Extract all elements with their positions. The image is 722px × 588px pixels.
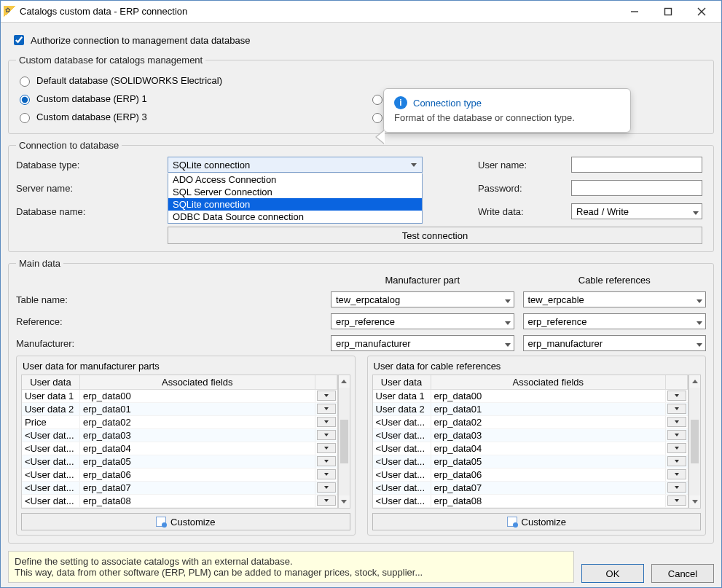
table-row[interactable]: User data 2erp_data01 (373, 403, 688, 416)
table-row[interactable]: <User dat...erp_data06 (373, 469, 688, 482)
field-dropdown-button[interactable] (317, 404, 336, 414)
header-manufacturer-part: Manufacturer part (331, 275, 514, 286)
userdata-cell: User data 2 (373, 403, 431, 415)
radio-erp3-label: Custom database (ERP) 3 (36, 111, 147, 122)
field-dropdown-button[interactable] (317, 482, 336, 493)
table-name-label: Table name: (16, 294, 322, 305)
dialog-window: Catalogs custom data - ERP connection Au… (0, 0, 722, 588)
field-dropdown-button[interactable] (317, 469, 336, 479)
field-dropdown-button[interactable] (667, 482, 686, 493)
password-input[interactable] (571, 180, 702, 196)
radio-erp4[interactable] (372, 113, 382, 123)
ok-button[interactable]: OK (581, 564, 644, 583)
table-row[interactable]: User data 1erp_data00 (22, 390, 337, 403)
assocfield-cell: erp_data02 (431, 416, 667, 428)
table-row[interactable]: User data 2erp_data01 (22, 403, 337, 416)
scrollbar[interactable] (688, 375, 701, 509)
authorize-checkbox[interactable] (14, 35, 24, 45)
dbtype-combo[interactable]: SQLite connection ADO Access Connection … (168, 157, 423, 173)
field-dropdown-button[interactable] (317, 456, 336, 466)
scroll-up-icon[interactable] (689, 375, 700, 388)
reference-cr-select[interactable]: erp_reference (523, 313, 707, 329)
userdata-cr-title: User data for cable references (374, 361, 702, 372)
dbtype-opt-ado[interactable]: ADO Access Connection (168, 173, 422, 186)
assocfield-cell: erp_data00 (80, 390, 315, 402)
userdata-mp-title: User data for manufacturer parts (23, 361, 350, 372)
field-dropdown-button[interactable] (667, 404, 686, 414)
userdata-cell: <User dat... (373, 455, 431, 468)
table-row[interactable]: <User dat...erp_data04 (22, 442, 337, 455)
customize-cr-button[interactable]: Customize (372, 513, 702, 530)
cancel-button[interactable]: Cancel (651, 564, 714, 583)
userdata-cell: <User dat... (373, 495, 431, 507)
scroll-thumb[interactable] (340, 420, 348, 463)
table-row[interactable]: <User dat...erp_data03 (373, 429, 688, 442)
field-dropdown-button[interactable] (667, 417, 686, 427)
col-assocfields[interactable]: Associated fields (80, 375, 315, 389)
assocfield-cell: erp_data03 (431, 429, 667, 442)
maximize-button[interactable] (651, 1, 685, 23)
chevron-down-icon (697, 316, 702, 327)
field-dropdown-button[interactable] (667, 443, 686, 453)
dbtype-opt-sqlite[interactable]: SQLite connection (168, 198, 422, 211)
scroll-up-icon[interactable] (339, 375, 350, 388)
username-input[interactable] (571, 157, 702, 173)
table-row[interactable]: <User dat...erp_data07 (22, 482, 337, 495)
radio-erp1[interactable] (20, 95, 30, 105)
dbtype-opt-sqlserver[interactable]: SQL Server Connection (168, 186, 422, 198)
table-cr-select[interactable]: tew_erpcable (523, 291, 707, 307)
field-dropdown-button[interactable] (317, 443, 336, 453)
field-dropdown-button[interactable] (667, 430, 686, 440)
table-row[interactable]: <User dat...erp_data05 (373, 455, 688, 469)
col-userdata[interactable]: User data (22, 375, 80, 389)
field-dropdown-button[interactable] (667, 391, 686, 401)
manufacturer-cr-select[interactable]: erp_manufacturer (523, 335, 707, 351)
field-dropdown-button[interactable] (317, 391, 336, 401)
assocfield-cell: erp_data00 (431, 390, 667, 402)
customize-icon (507, 517, 517, 527)
scrollbar[interactable] (338, 375, 350, 509)
table-row[interactable]: <User dat...erp_data02 (373, 416, 688, 429)
scroll-down-icon[interactable] (339, 495, 350, 508)
table-row[interactable]: <User dat...erp_data03 (22, 429, 337, 442)
field-dropdown-button[interactable] (317, 495, 336, 506)
table-row[interactable]: <User dat...erp_data08 (22, 495, 337, 508)
radio-default-label: Default database (SOLIDWORKS Electrical) (36, 75, 222, 86)
table-mp-select[interactable]: tew_erpcatalog (331, 291, 514, 307)
table-row[interactable]: <User dat...erp_data06 (22, 469, 337, 482)
writedata-select[interactable]: Read / Write (571, 203, 702, 219)
radio-default-db[interactable] (20, 77, 30, 87)
userdata-cell: User data 1 (373, 390, 431, 402)
customize-mp-button[interactable]: Customize (21, 513, 350, 530)
radio-erp2[interactable] (372, 95, 382, 105)
scroll-thumb[interactable] (691, 420, 699, 463)
test-connection-button[interactable]: Test connection (168, 227, 702, 244)
col-userdata[interactable]: User data (373, 375, 431, 389)
field-dropdown-button[interactable] (317, 430, 336, 440)
table-row[interactable]: User data 1erp_data00 (373, 390, 688, 403)
minimize-button[interactable] (618, 1, 651, 23)
field-dropdown-button[interactable] (667, 469, 686, 479)
field-dropdown-button[interactable] (667, 495, 686, 506)
field-dropdown-button[interactable] (667, 456, 686, 466)
table-row[interactable]: Priceerp_data02 (22, 416, 337, 429)
dbtype-opt-odbc[interactable]: ODBC Data Source connection (168, 211, 422, 223)
table-row[interactable]: <User dat...erp_data07 (373, 482, 688, 495)
col-assocfields[interactable]: Associated fields (431, 375, 667, 389)
reference-mp-select[interactable]: erp_reference (331, 313, 514, 329)
table-row[interactable]: <User dat...erp_data08 (373, 495, 688, 508)
connection-group: Connection to database Database type: SQ… (8, 140, 714, 252)
table-row[interactable]: <User dat...erp_data04 (373, 442, 688, 455)
close-button[interactable] (685, 1, 718, 23)
userdata-cell: <User dat... (373, 416, 431, 428)
customize-icon (156, 517, 166, 527)
userdata-cell: User data 1 (22, 390, 80, 402)
radio-erp3[interactable] (20, 113, 30, 123)
table-row[interactable]: <User dat...erp_data05 (22, 455, 337, 469)
userdata-cell: <User dat... (22, 469, 80, 481)
manufacturer-mp-select[interactable]: erp_manufacturer (331, 335, 514, 351)
userdata-cell: User data 2 (22, 403, 80, 415)
scroll-down-icon[interactable] (689, 495, 700, 508)
field-dropdown-button[interactable] (317, 417, 336, 427)
userdata-cr-table: User data Associated fields User data 1e… (372, 375, 689, 509)
